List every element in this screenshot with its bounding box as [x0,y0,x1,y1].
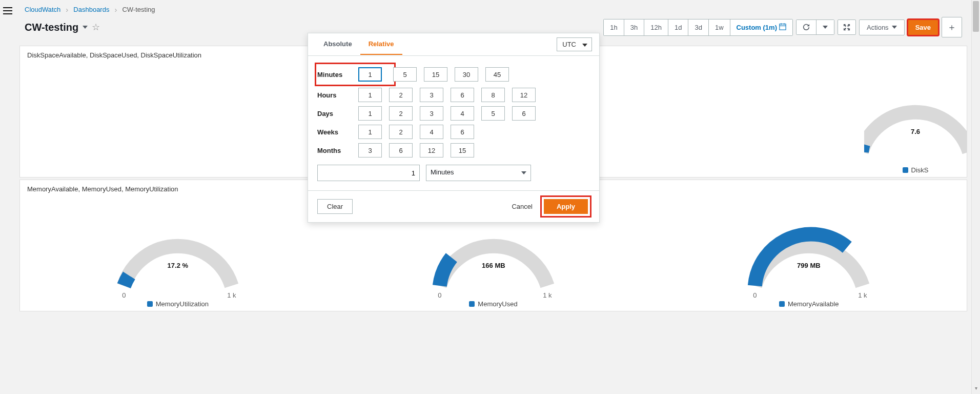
scroll-thumb[interactable] [973,1,979,32]
days-6[interactable]: 6 [512,106,536,121]
add-widget-button[interactable]: ＋ [942,17,962,37]
actions-label: Actions [867,24,889,31]
gauge-unit: MB [495,262,505,269]
minutes-1[interactable]: 1 [358,67,382,82]
days-3[interactable]: 3 [420,106,443,121]
time-3h[interactable]: 3h [624,19,644,35]
chevron-down-icon [892,26,897,29]
chevron-down-icon [582,44,587,47]
axis-min: 0 [753,291,757,299]
legend-dot [903,167,908,173]
custom-value-input[interactable] [317,165,420,181]
minutes-45[interactable]: 45 [485,67,509,82]
days-5[interactable]: 5 [481,106,505,121]
refresh-group [796,19,834,35]
legend-dot [147,301,153,307]
months-label: Months [317,147,358,154]
save-button[interactable]: Save [908,19,938,35]
months-12[interactable]: 12 [420,143,443,157]
gauge-value: 799 [797,262,808,269]
time-1w[interactable]: 1w [709,19,730,35]
gauge-mem-available: 799 MB 0 1 k MemoryAvailable [651,196,967,311]
chevron-right-icon: › [66,5,68,14]
months-6[interactable]: 6 [389,143,413,157]
time-1d[interactable]: 1d [668,19,688,35]
weeks-1[interactable]: 1 [358,125,382,139]
days-2[interactable]: 2 [389,106,413,121]
svg-rect-0 [780,24,786,29]
clear-button[interactable]: Clear [317,199,353,214]
minutes-30[interactable]: 30 [455,67,478,82]
svg-text:166 MB: 166 MB [482,262,505,269]
weeks-4[interactable]: 4 [420,125,443,139]
months-3[interactable]: 3 [358,143,382,157]
refresh-button[interactable] [797,20,816,34]
time-custom-label: Custom (1m) [737,24,777,31]
legend-dot [469,301,475,307]
hours-1[interactable]: 1 [358,88,382,102]
time-range-group: 1h 3h 12h 1d 3d 1w Custom (1m) [603,19,793,36]
minutes-label: Minutes [317,71,358,78]
vertical-scrollbar[interactable]: ▴ ▾ [971,0,980,394]
hours-label: Hours [317,91,358,99]
hours-2[interactable]: 2 [389,88,413,102]
timezone-label: UTC [562,41,576,48]
axis-max: 1 k [859,291,868,299]
weeks-label: Weeks [317,128,358,136]
breadcrumb-current: CW-testing [122,6,155,13]
time-1h[interactable]: 1h [604,19,624,35]
gauge-disk-clipped: 7.6 0 DiskS [864,62,967,177]
custom-unit-select[interactable]: Minutes [426,165,531,181]
gauge-unit: % [182,262,189,269]
gauge-value: 17.2 [168,262,180,269]
scroll-down[interactable]: ▾ [972,385,980,394]
hours-8[interactable]: 8 [481,88,505,102]
calendar-icon [779,23,786,32]
legend-label: DiskS [911,166,929,174]
timezone-select[interactable]: UTC [557,37,592,51]
refresh-interval-dropdown[interactable] [816,20,834,34]
axis-max: 1 k [227,291,236,299]
expand-button[interactable] [838,19,856,35]
actions-dropdown[interactable]: Actions [859,19,905,35]
days-4[interactable]: 4 [451,106,474,121]
weeks-6[interactable]: 6 [451,125,474,139]
hours-12[interactable]: 12 [512,88,536,102]
weeks-2[interactable]: 2 [389,125,413,139]
custom-unit-label: Minutes [431,168,454,176]
gauge-value: 7.6 [911,128,920,135]
gauge-value: 166 [482,262,493,269]
title-dropdown[interactable] [83,26,88,29]
legend-label: MemoryAvailable [788,300,839,308]
svg-rect-2 [781,23,781,25]
legend-label: MemoryUsed [478,300,517,308]
apply-button[interactable]: Apply [544,199,588,214]
hamburger-menu[interactable] [0,5,15,16]
tab-absolute[interactable]: Absolute [315,34,360,55]
time-12h[interactable]: 12h [644,19,668,35]
page-title: CW-testing [25,22,78,33]
time-custom[interactable]: Custom (1m) [730,19,792,35]
chevron-down-icon [521,171,526,174]
breadcrumb: CloudWatch › Dashboards › CW-testing [15,0,971,14]
breadcrumb-dashboards[interactable]: Dashboards [73,6,109,13]
tab-relative[interactable]: Relative [360,34,402,55]
hours-6[interactable]: 6 [451,88,474,102]
axis-max: 1 k [543,291,552,299]
svg-text:17.2 %: 17.2 % [168,262,189,269]
hours-3[interactable]: 3 [420,88,443,102]
svg-text:799 MB: 799 MB [797,262,821,269]
legend-dot [779,301,785,307]
minutes-5[interactable]: 5 [393,67,417,82]
days-1[interactable]: 1 [358,106,382,121]
cancel-button[interactable]: Cancel [512,203,532,210]
chevron-right-icon: › [114,5,117,14]
favorite-star-icon[interactable]: ☆ [92,22,100,33]
breadcrumb-cloudwatch[interactable]: CloudWatch [25,6,60,13]
months-15[interactable]: 15 [451,143,474,157]
axis-min: 0 [438,291,441,299]
gauge-mem-utilization: 17.2 % 0 1 k MemoryUtilization [20,196,336,311]
time-3d[interactable]: 3d [688,19,708,35]
minutes-15[interactable]: 15 [424,67,447,82]
time-range-popover: Absolute Relative UTC Minutes 1 5 15 30 … [308,33,600,223]
